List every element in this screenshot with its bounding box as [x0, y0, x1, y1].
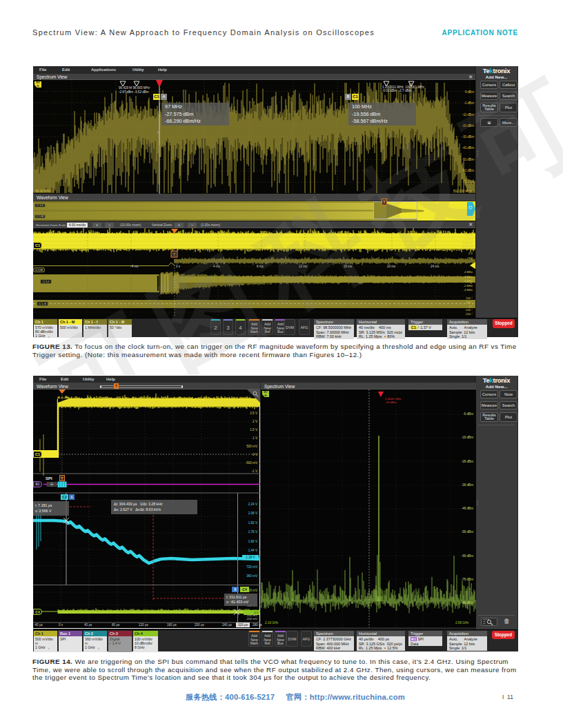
svg-text:T: T: [173, 252, 176, 256]
